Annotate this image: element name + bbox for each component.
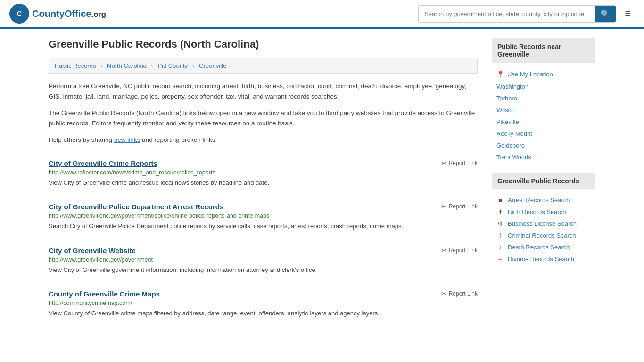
header: C CountyOffice.org 🔍 ≡ xyxy=(0,0,644,29)
records-heading: Greenville Public Records xyxy=(492,173,595,189)
breadcrumb: Public Records › North Carolina › Pitt C… xyxy=(49,58,478,74)
nearby-city-link-6[interactable]: Trent Woods xyxy=(496,154,531,161)
location-pin-icon: 📍 xyxy=(496,70,504,78)
sidebar-record-link-5[interactable]: Divorce Records Search xyxy=(508,255,574,263)
sidebar-record-item-4: + Death Records Search xyxy=(492,241,595,253)
report-link-3[interactable]: ✂ Report Link xyxy=(441,290,478,297)
record-header-1: City of Greenville Police Department Arr… xyxy=(49,203,478,211)
sidebar-record-item-0: ■ Arrest Records Search xyxy=(492,194,595,206)
record-header-2: City of Greenville Website ✂ Report Link xyxy=(49,247,478,255)
report-link-0[interactable]: ✂ Report Link xyxy=(441,159,478,167)
record-url-2[interactable]: http://www.greenvillenc.gov/government xyxy=(49,256,478,263)
page-title: Greenville Public Records (North Carolin… xyxy=(49,38,478,50)
header-right: 🔍 ≡ xyxy=(418,5,635,23)
nearby-city-link-1[interactable]: Tarboro xyxy=(496,95,517,102)
new-links-link[interactable]: new links xyxy=(114,136,140,143)
nearby-city-link-2[interactable]: Wilson xyxy=(496,107,515,114)
record-desc-3: View County of Greenville crime maps fil… xyxy=(49,309,478,318)
breadcrumb-pitt-county[interactable]: Pitt County xyxy=(157,62,188,69)
nearby-city-2: Wilson xyxy=(492,104,595,116)
nearby-city-5: Goldsboro xyxy=(492,140,595,151)
report-link-2[interactable]: ✂ Report Link xyxy=(441,247,478,254)
hamburger-button[interactable]: ≡ xyxy=(621,6,635,22)
record-desc-1: Search City of Greenville Police Departm… xyxy=(49,222,478,231)
main-container: Greenville Public Records (North Carolin… xyxy=(39,29,605,335)
breadcrumb-north-carolina[interactable]: North Carolina xyxy=(107,62,147,69)
record-header-0: City of Greenville Crime Reports ✂ Repor… xyxy=(49,159,478,167)
nearby-heading: Public Records near Greenville xyxy=(492,38,595,63)
nearby-city-link-4[interactable]: Rocky Mount xyxy=(496,130,532,137)
sidebar-record-icon-4: + xyxy=(496,244,504,251)
description-3: Help others by sharing new links and rep… xyxy=(49,135,478,145)
logo-icon: C xyxy=(9,4,29,24)
record-title-3[interactable]: County of Greenville Crime Maps xyxy=(49,290,160,298)
record-item: City of Greenville Police Department Arr… xyxy=(49,195,478,239)
records-container: City of Greenville Crime Reports ✂ Repor… xyxy=(49,152,478,326)
sidebar-record-icon-1: ✝ xyxy=(496,208,504,215)
sidebar-record-link-1[interactable]: Birth Records Search xyxy=(508,208,566,215)
record-title-2[interactable]: City of Greenville Website xyxy=(49,247,136,255)
use-my-location-label: Use My Location xyxy=(507,71,553,78)
record-header-3: County of Greenville Crime Maps ✂ Report… xyxy=(49,290,478,298)
nearby-city-6: Trent Woods xyxy=(492,151,595,163)
breadcrumb-public-records[interactable]: Public Records xyxy=(55,62,96,69)
sidebar-record-link-0[interactable]: Arrest Records Search xyxy=(508,197,570,204)
record-title-1[interactable]: City of Greenville Police Department Arr… xyxy=(49,203,223,211)
sidebar-record-icon-2: ⚙ xyxy=(496,220,504,227)
nearby-city-link-0[interactable]: Washington xyxy=(496,83,528,90)
sidebar-record-link-3[interactable]: Criminal Records Search xyxy=(508,232,576,239)
logo-text: CountyOffice.org xyxy=(32,8,106,19)
sidebar-record-icon-0: ■ xyxy=(496,197,504,204)
sidebar-record-icon-3: ! xyxy=(496,232,504,239)
record-item: City of Greenville Website ✂ Report Link… xyxy=(49,239,478,283)
sidebar: Public Records near Greenville 📍 Use My … xyxy=(492,38,595,326)
logo-brand: CountyOffice xyxy=(32,8,91,19)
logo-area: C CountyOffice.org xyxy=(9,4,106,24)
sidebar-records-list: ■ Arrest Records Search ✝ Birth Records … xyxy=(492,194,595,265)
report-icon-3: ✂ xyxy=(441,290,447,297)
record-url-3[interactable]: http://communitycrimemap.com/ xyxy=(49,300,478,306)
record-title-0[interactable]: City of Greenville Crime Reports xyxy=(49,159,157,167)
nearby-city-4: Rocky Mount xyxy=(492,128,595,140)
nearby-cities-container: WashingtonTarboroWilsonPikevilleRocky Mo… xyxy=(492,81,595,163)
nearby-city-link-3[interactable]: Pikeville xyxy=(496,118,519,125)
record-url-1[interactable]: http://www.greenvillenc.gov/government/p… xyxy=(49,213,478,219)
search-bar: 🔍 xyxy=(418,5,616,23)
breadcrumb-sep-2: › xyxy=(151,62,153,69)
breadcrumb-sep-3: › xyxy=(192,62,194,69)
sidebar-record-item-3: ! Criminal Records Search xyxy=(492,230,595,241)
use-my-location-link[interactable]: 📍 Use My Location xyxy=(492,67,595,81)
record-desc-2: View City of Greenville government infor… xyxy=(49,265,478,275)
nearby-city-1: Tarboro xyxy=(492,92,595,104)
nearby-city-link-5[interactable]: Goldsboro xyxy=(496,142,525,149)
description-3-pre: Help others by sharing xyxy=(49,136,114,143)
description-3-post: and reporting broken links. xyxy=(140,136,217,143)
report-link-1[interactable]: ✂ Report Link xyxy=(441,203,478,210)
nearby-city-0: Washington xyxy=(492,81,595,92)
content-area: Greenville Public Records (North Carolin… xyxy=(49,38,478,326)
description-2: The Greenville Public Records (North Car… xyxy=(49,108,478,128)
records-section: Greenville Public Records ■ Arrest Recor… xyxy=(492,173,595,265)
report-icon-0: ✂ xyxy=(441,159,447,167)
record-item: City of Greenville Crime Reports ✂ Repor… xyxy=(49,152,478,196)
search-input[interactable] xyxy=(419,7,595,21)
nearby-city-3: Pikeville xyxy=(492,116,595,128)
record-item: County of Greenville Crime Maps ✂ Report… xyxy=(49,282,478,326)
sidebar-record-item-2: ⚙ Business License Search xyxy=(492,218,595,230)
sidebar-record-item-5: ↔ Divorce Records Search xyxy=(492,253,595,265)
sidebar-record-item-1: ✝ Birth Records Search xyxy=(492,206,595,218)
breadcrumb-sep-1: › xyxy=(100,62,102,69)
report-icon-2: ✂ xyxy=(441,247,447,254)
search-button[interactable]: 🔍 xyxy=(595,6,616,22)
description-1: Perform a free Greenville, NC public rec… xyxy=(49,81,478,101)
nearby-section: Public Records near Greenville 📍 Use My … xyxy=(492,38,595,163)
report-icon-1: ✂ xyxy=(441,203,447,210)
logo-suffix: .org xyxy=(91,10,106,19)
svg-text:C: C xyxy=(17,10,22,17)
record-url-0[interactable]: http://www.reflector.com/news/crime_and_… xyxy=(49,169,478,176)
sidebar-record-link-2[interactable]: Business License Search xyxy=(508,220,577,227)
record-desc-0: View City of Greenville crime and rescue… xyxy=(49,178,478,188)
sidebar-record-icon-5: ↔ xyxy=(496,255,504,263)
breadcrumb-greenville[interactable]: Greenville xyxy=(199,62,227,69)
sidebar-record-link-4[interactable]: Death Records Search xyxy=(508,244,570,251)
